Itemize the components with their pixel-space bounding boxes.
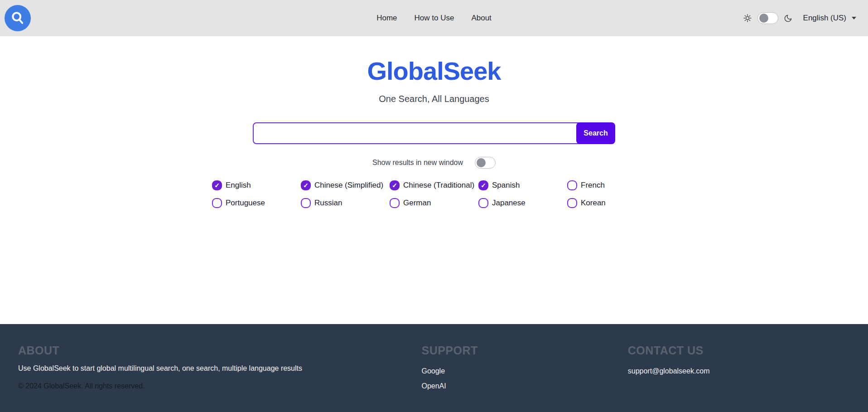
footer-contact-section: CONTACT US support@globalseek.com xyxy=(628,344,850,412)
language-option[interactable]: German xyxy=(390,198,478,208)
new-window-label: Show results in new window xyxy=(372,159,463,167)
checkbox-unchecked[interactable] xyxy=(212,198,222,208)
language-option[interactable]: ✓Chinese (Traditional) xyxy=(390,180,478,190)
language-label: Spanish xyxy=(492,181,520,190)
language-selector[interactable]: English (US) xyxy=(803,14,856,23)
language-option[interactable]: French xyxy=(567,180,656,190)
new-window-toggle-knob xyxy=(477,158,486,167)
theme-toggle-knob xyxy=(759,14,768,23)
language-option[interactable]: Korean xyxy=(567,198,656,208)
language-option[interactable]: Japanese xyxy=(478,198,567,208)
checkbox-unchecked[interactable] xyxy=(390,198,400,208)
nav-item-how-to-use[interactable]: How to Use xyxy=(415,14,454,23)
main-content: GlobalSeek One Search, All Languages Sea… xyxy=(0,36,868,324)
check-icon: ✓ xyxy=(392,182,397,189)
footer-support-links: GoogleOpenAI xyxy=(421,367,627,390)
footer: ABOUT Use GlobalSeek to start global mul… xyxy=(0,324,868,412)
chevron-down-icon xyxy=(852,17,856,19)
sun-icon xyxy=(743,14,752,23)
language-selector-value: English (US) xyxy=(803,14,846,23)
support-link-google[interactable]: Google xyxy=(421,367,627,375)
search-button[interactable]: Search xyxy=(576,122,615,144)
copyright: © 2024 GlobalSeek. All rights reserved. xyxy=(18,382,421,390)
language-label: Portuguese xyxy=(226,199,265,208)
language-label: German xyxy=(403,199,431,208)
page-title: GlobalSeek xyxy=(367,56,501,86)
language-option[interactable]: ✓Chinese (Simplified) xyxy=(301,180,390,190)
language-option[interactable]: ✓Spanish xyxy=(478,180,567,190)
new-window-toggle[interactable] xyxy=(475,157,496,169)
new-window-row: Show results in new window xyxy=(372,157,496,169)
theme-toggle[interactable] xyxy=(757,12,778,24)
search-input[interactable] xyxy=(253,122,582,144)
check-icon: ✓ xyxy=(481,182,486,189)
footer-about-section: ABOUT Use GlobalSeek to start global mul… xyxy=(18,344,421,412)
nav-item-home[interactable]: Home xyxy=(376,14,397,23)
language-label: English xyxy=(226,181,251,190)
language-label: French xyxy=(581,181,605,190)
language-label: Korean xyxy=(581,199,606,208)
checkbox-unchecked[interactable] xyxy=(567,198,577,208)
page-subtitle: One Search, All Languages xyxy=(379,94,489,104)
moon-icon xyxy=(784,14,792,23)
footer-support-section: SUPPORT GoogleOpenAI xyxy=(421,344,627,412)
check-icon: ✓ xyxy=(303,182,309,189)
language-label: Chinese (Traditional) xyxy=(403,181,474,190)
nav-item-about[interactable]: About xyxy=(471,14,491,23)
search-bar: Search xyxy=(253,122,615,144)
magnifier-icon xyxy=(10,10,26,26)
language-option[interactable]: Russian xyxy=(301,198,390,208)
checkbox-checked[interactable]: ✓ xyxy=(212,180,222,190)
checkbox-checked[interactable]: ✓ xyxy=(478,180,488,190)
footer-about-heading: ABOUT xyxy=(18,344,421,357)
language-label: Japanese xyxy=(492,199,526,208)
footer-about-text: Use GlobalSeek to start global multiling… xyxy=(18,364,421,373)
header-controls: English (US) xyxy=(743,12,856,24)
support-link-openai[interactable]: OpenAI xyxy=(421,382,627,390)
logo[interactable] xyxy=(5,5,31,31)
language-label: Russian xyxy=(314,199,342,208)
checkbox-unchecked[interactable] xyxy=(478,198,488,208)
checkbox-checked[interactable]: ✓ xyxy=(301,180,311,190)
check-icon: ✓ xyxy=(214,182,220,189)
main-nav: HomeHow to UseAbout xyxy=(376,14,492,23)
language-option[interactable]: ✓English xyxy=(212,180,301,190)
footer-support-heading: SUPPORT xyxy=(421,344,627,357)
checkbox-checked[interactable]: ✓ xyxy=(390,180,400,190)
checkbox-unchecked[interactable] xyxy=(567,180,577,190)
language-grid: ✓English✓Chinese (Simplified)✓Chinese (T… xyxy=(212,180,656,208)
language-label: Chinese (Simplified) xyxy=(314,181,383,190)
header: HomeHow to UseAbout English (U xyxy=(0,0,868,36)
footer-contact-heading: CONTACT US xyxy=(628,344,850,357)
contact-email: support@globalseek.com xyxy=(628,367,850,375)
language-option[interactable]: Portuguese xyxy=(212,198,301,208)
checkbox-unchecked[interactable] xyxy=(301,198,311,208)
